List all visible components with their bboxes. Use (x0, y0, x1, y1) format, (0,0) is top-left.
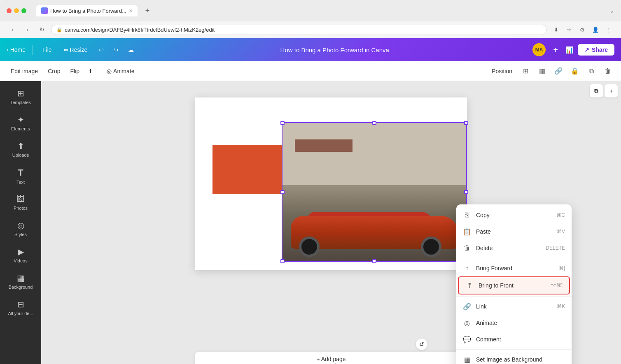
header-right: MA + 📊 ↗ Share (532, 43, 614, 56)
sidebar-item-styles[interactable]: ◎ Styles (2, 216, 39, 241)
handle-top-center[interactable] (372, 121, 376, 125)
url-text: canva.com/design/DAFBy4Hrk8I/TtrdcfBdUew… (65, 27, 215, 33)
browser-expand-button[interactable]: ⌄ (609, 7, 614, 14)
delete-icon[interactable]: 🗑 (601, 65, 614, 78)
styles-icon: ◎ (17, 220, 24, 230)
sidebar-item-background[interactable]: ▦ Background (2, 269, 39, 294)
new-tab-button[interactable]: + (142, 6, 152, 16)
star-icon[interactable]: ☆ (563, 24, 575, 35)
sidebar-item-photos[interactable]: 🖼 Photos (2, 190, 39, 215)
sidebar-item-all-designs[interactable]: ⊟ All your de... (2, 295, 39, 320)
add-icon[interactable]: + (605, 84, 618, 97)
minimize-button[interactable] (14, 8, 19, 13)
animate-ctx-icon: ◎ (463, 319, 471, 327)
sidebar: ⊞ Templates ✦ Elements ⬆ Uploads T Text … (0, 81, 41, 364)
design-canvas (195, 97, 467, 270)
browser-addressbar: ‹ › ↻ 🔒 canva.com/design/DAFBy4Hrk8I/Ttr… (0, 21, 621, 38)
sidebar-item-label: Photos (14, 206, 28, 211)
file-menu[interactable]: File (39, 45, 55, 55)
animate-icon: ◎ (107, 68, 112, 74)
extensions-icon[interactable]: ⚙ (577, 24, 588, 35)
avatar[interactable]: MA (532, 43, 546, 56)
tab-favicon (41, 7, 48, 14)
canvas-area[interactable]: ⧉ + (41, 81, 621, 364)
flip-button[interactable]: Flip (66, 65, 84, 77)
profile-icon[interactable]: 👤 (590, 24, 601, 35)
link-shortcut: ⌘K (557, 304, 565, 309)
tab-close-button[interactable]: ✕ (129, 8, 133, 14)
toolbar-separator (99, 66, 99, 76)
context-menu-paste[interactable]: 📋 Paste ⌘V (456, 223, 572, 240)
context-menu-comment[interactable]: 💬 Comment (456, 331, 572, 348)
context-menu-copy[interactable]: ⎘ Copy ⌘C (456, 207, 572, 223)
sidebar-item-videos[interactable]: ▶ Videos (2, 243, 39, 267)
header-divider (32, 45, 33, 55)
sidebar-item-templates[interactable]: ⊞ Templates (2, 84, 39, 109)
cloud-save-icon[interactable]: ☁ (125, 44, 137, 56)
undo-button[interactable]: ↩ (96, 44, 107, 56)
resize-button[interactable]: ⇔ Resize (60, 45, 91, 55)
back-button[interactable]: ‹ (7, 24, 18, 35)
edit-image-button[interactable]: Edit image (7, 65, 42, 77)
forward-button[interactable]: › (21, 24, 33, 35)
sidebar-item-elements[interactable]: ✦ Elements (2, 111, 39, 135)
animate-button[interactable]: ◎ Animate (103, 65, 138, 77)
grid-icon[interactable]: ▦ (535, 65, 549, 78)
document-title: How to Bring a Photo Forward in Canva (142, 46, 528, 53)
redo-button[interactable]: ↪ (110, 44, 122, 56)
delete-shortcut: DELETE (546, 245, 565, 251)
context-menu-bring-to-front[interactable]: ⤒ Bring to Front ⌥⌘] (458, 276, 570, 294)
refresh-button[interactable]: ↻ (36, 24, 48, 35)
browser-actions: ⬇ ☆ ⚙ 👤 ⋮ (550, 24, 614, 35)
menu-icon[interactable]: ⋮ (603, 24, 614, 35)
context-menu-link[interactable]: 🔗 Link ⌘K (456, 298, 572, 315)
sidebar-item-label: All your de... (8, 311, 33, 316)
context-menu: ⎘ Copy ⌘C 📋 Paste ⌘V 🗑 Delete DELETE ↑ B… (456, 204, 572, 364)
rotate-button[interactable]: ↺ (416, 338, 427, 350)
position-button[interactable]: Position (488, 66, 516, 76)
handle-middle-right[interactable] (464, 190, 468, 194)
add-page-bar[interactable]: + Add page (195, 352, 467, 364)
delete-ctx-icon: 🗑 (463, 244, 471, 252)
download-icon[interactable]: ⬇ (550, 24, 562, 35)
link-icon[interactable]: 🔗 (552, 65, 565, 78)
close-button[interactable] (7, 8, 12, 13)
main-layout: ⊞ Templates ✦ Elements ⬆ Uploads T Text … (0, 81, 621, 364)
sidebar-item-label: Text (16, 180, 25, 185)
handle-top-right[interactable] (464, 121, 468, 125)
building-roof (295, 139, 353, 152)
address-bar[interactable]: 🔒 canva.com/design/DAFBy4Hrk8I/TtrdcfBdU… (51, 25, 547, 35)
maximize-button[interactable] (21, 8, 26, 13)
photo-inner (282, 123, 466, 261)
info-icon: ℹ (89, 68, 91, 74)
videos-icon: ▶ (18, 247, 24, 257)
bring-forward-shortcut: ⌘] (559, 265, 565, 271)
lock-icon[interactable]: 🔒 (568, 65, 581, 78)
copy-icon[interactable]: ⧉ (590, 84, 603, 97)
handle-bottom-left[interactable] (280, 259, 285, 263)
analytics-icon[interactable]: 📊 (565, 46, 574, 54)
handle-top-left[interactable] (280, 121, 285, 125)
add-collaborator-button[interactable]: + (550, 44, 561, 56)
context-menu-delete[interactable]: 🗑 Delete DELETE (456, 240, 572, 256)
arrange-icon[interactable]: ⊞ (519, 65, 532, 78)
share-button[interactable]: ↗ Share (578, 44, 614, 56)
context-menu-bring-forward[interactable]: ↑ Bring Forward ⌘] (456, 260, 572, 276)
duplicate-icon[interactable]: ⧉ (585, 65, 598, 78)
info-button[interactable]: ℹ (85, 65, 96, 77)
crop-button[interactable]: Crop (44, 65, 64, 77)
home-button[interactable]: ‹ Home (7, 46, 26, 53)
context-menu-set-background[interactable]: ▦ Set Image as Background (456, 351, 572, 364)
sidebar-item-uploads[interactable]: ⬆ Uploads (2, 137, 39, 162)
sidebar-item-text[interactable]: T Text (2, 163, 39, 189)
context-menu-animate[interactable]: ◎ Animate (456, 315, 572, 331)
browser-chrome: How to Bring a Photo Forward... ✕ + ⌄ ‹ … (0, 0, 621, 38)
animate-label: Animate (476, 320, 560, 326)
handle-bottom-center[interactable] (372, 259, 376, 263)
chevron-up-icon[interactable]: ∧ (333, 362, 337, 364)
browser-tab[interactable]: How to Bring a Photo Forward... ✕ (36, 5, 138, 16)
handle-middle-left[interactable] (280, 190, 285, 194)
photo-element[interactable] (282, 122, 467, 262)
bring-forward-icon: ↑ (463, 264, 471, 272)
canvas-toolbar: ⧉ + (590, 84, 618, 97)
